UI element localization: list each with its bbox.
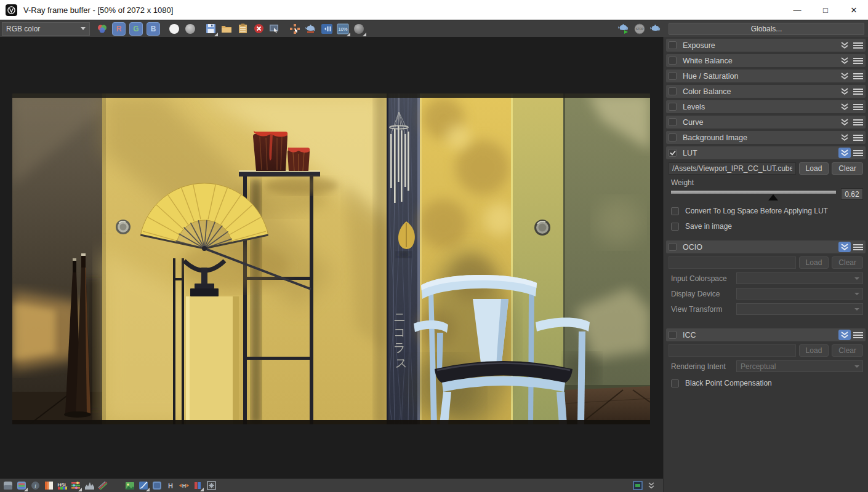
display-corrections-icon[interactable] (15, 480, 28, 491)
rgb-channels-icon[interactable] (95, 22, 110, 36)
white-balance-checkbox[interactable] (669, 57, 677, 65)
open-image-icon[interactable] (219, 22, 234, 36)
lut-icon[interactable] (137, 480, 150, 491)
menu-icon[interactable] (853, 87, 863, 96)
force-clamp-icon[interactable] (42, 480, 55, 491)
input-colorspace-dropdown[interactable] (736, 272, 863, 284)
test-resolution-icon[interactable]: 10% (336, 22, 350, 36)
color-corrections-icon[interactable] (70, 480, 82, 491)
duplicate-window-icon[interactable] (267, 22, 282, 36)
section-white-balance[interactable]: White Balance (666, 54, 866, 67)
weight-value[interactable]: 0.62 (841, 188, 863, 200)
weight-slider[interactable] (671, 189, 836, 199)
menu-icon[interactable] (853, 103, 863, 111)
clear-image-icon[interactable] (251, 22, 266, 36)
expand-chevron-icon[interactable] (838, 132, 851, 143)
collapse-chevron-icon[interactable] (838, 148, 851, 158)
icc-file-input[interactable] (669, 344, 796, 357)
slider-track[interactable] (671, 191, 836, 194)
lut-load-button[interactable]: Load (799, 162, 829, 175)
menu-icon[interactable] (853, 41, 863, 50)
ocio-checkbox[interactable] (669, 243, 677, 251)
globals-button[interactable]: Globals... (669, 23, 864, 35)
show-corrections-icon[interactable] (2, 480, 14, 491)
stamp-icon[interactable] (632, 480, 644, 491)
expand-chevron-icon[interactable] (838, 40, 851, 50)
rendering-intent-dropdown[interactable]: Perceptual (736, 360, 863, 372)
section-ocio[interactable]: OCIO (666, 240, 866, 253)
convert-log-checkbox[interactable] (671, 207, 679, 215)
levels-checkbox[interactable] (669, 103, 677, 111)
expand-chevron-icon[interactable] (838, 101, 851, 112)
expand-chevron-icon[interactable] (838, 117, 851, 127)
exposure-checkbox[interactable] (669, 41, 677, 49)
curve-corrections-icon[interactable] (97, 480, 109, 491)
menu-icon[interactable] (853, 149, 863, 157)
white-background-icon[interactable] (167, 22, 182, 36)
section-hue-saturation[interactable]: Hue / Saturation (666, 69, 866, 82)
collapse-chevron-icon[interactable] (838, 242, 851, 252)
lut-checkbox[interactable] (669, 149, 677, 157)
half-resolution-icon[interactable]: H (164, 480, 177, 491)
color-balance-checkbox[interactable] (669, 87, 677, 95)
background-image-checkbox[interactable] (669, 133, 677, 141)
menu-icon[interactable] (853, 331, 863, 339)
save-image-icon[interactable] (203, 22, 218, 36)
save-in-image-checkbox[interactable] (671, 223, 679, 231)
hsl-view-icon[interactable]: HSL (56, 480, 68, 491)
curve-checkbox[interactable] (669, 118, 677, 126)
stop-render-icon[interactable]: STOP (632, 22, 647, 36)
display-device-dropdown[interactable] (736, 288, 863, 300)
background-image-icon[interactable] (124, 480, 136, 491)
menu-icon[interactable] (853, 57, 863, 65)
close-button[interactable]: ✕ (840, 0, 868, 20)
icc-load-button[interactable]: Load (799, 344, 829, 357)
slider-handle[interactable] (768, 194, 778, 200)
icc-clear-button[interactable]: Clear (832, 344, 863, 357)
stamp-settings-icon[interactable] (205, 480, 217, 491)
channel-selector[interactable]: RGB color (2, 22, 90, 36)
menu-icon[interactable] (853, 118, 863, 127)
blue-channel-button[interactable]: B (147, 22, 160, 36)
sphere-preview-icon[interactable] (352, 22, 366, 36)
copy-clipboard-icon[interactable] (235, 22, 250, 36)
ocio-load-button[interactable]: Load (799, 256, 829, 269)
render-last-icon[interactable] (303, 22, 318, 36)
black-point-checkbox[interactable] (671, 379, 679, 387)
expand-icon[interactable] (645, 480, 657, 491)
maximize-button[interactable]: □ (811, 0, 840, 20)
render-icon[interactable] (616, 22, 631, 36)
section-background-image[interactable]: Background Image (666, 131, 866, 144)
render-teapot-icon[interactable] (648, 22, 663, 36)
green-channel-button[interactable]: G (129, 22, 143, 36)
lut-clear-button[interactable]: Clear (832, 162, 863, 175)
image-width-icon[interactable]: H (178, 480, 190, 491)
white-balance-icon[interactable] (110, 480, 123, 491)
section-curve[interactable]: Curve (666, 116, 866, 129)
view-transform-dropdown[interactable] (736, 303, 863, 315)
lut-file-input[interactable] (669, 162, 796, 175)
ocio-clear-button[interactable]: Clear (832, 256, 863, 269)
track-mouse-icon[interactable] (287, 22, 302, 36)
section-icc[interactable]: ICC (666, 328, 866, 341)
compare-images-icon[interactable] (319, 22, 334, 36)
pixel-info-icon[interactable]: i (29, 480, 41, 491)
expand-chevron-icon[interactable] (838, 71, 851, 81)
expand-chevron-icon[interactable] (838, 55, 851, 66)
gray-background-icon[interactable] (183, 22, 198, 36)
section-color-balance[interactable]: Color Balance (666, 85, 866, 98)
ocio-icon[interactable] (151, 480, 163, 491)
minimize-button[interactable]: — (783, 0, 811, 20)
section-exposure[interactable]: Exposure (666, 39, 866, 52)
menu-icon[interactable] (853, 133, 863, 142)
histogram-icon[interactable] (83, 480, 95, 491)
hue-saturation-checkbox[interactable] (669, 72, 677, 80)
collapse-chevron-icon[interactable] (838, 330, 851, 340)
ocio-file-input[interactable] (669, 256, 796, 269)
section-levels[interactable]: Levels (666, 100, 866, 113)
menu-icon[interactable] (853, 72, 863, 81)
menu-icon[interactable] (853, 243, 863, 252)
section-lut[interactable]: LUT (666, 146, 866, 159)
compare-columns-icon[interactable] (191, 480, 204, 491)
icc-checkbox[interactable] (669, 331, 677, 339)
